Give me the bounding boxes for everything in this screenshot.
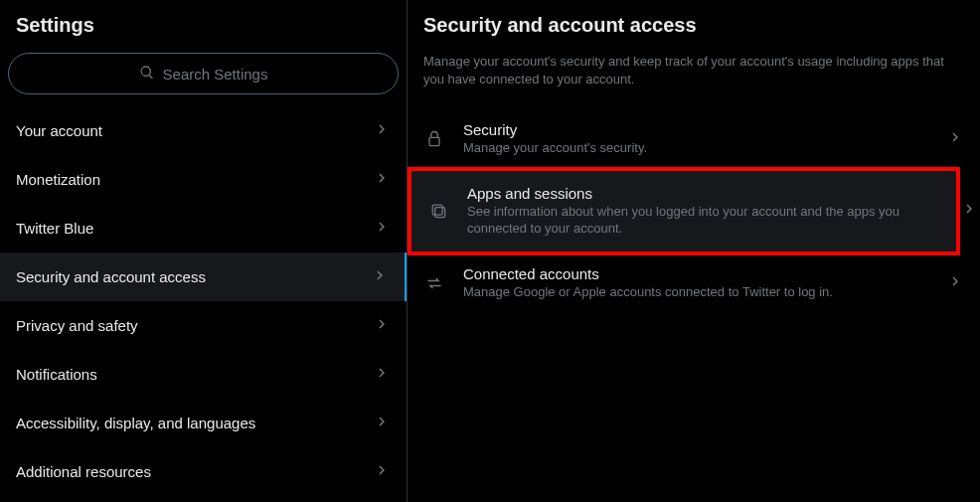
svg-rect-1 [432, 206, 442, 216]
chevron-right-icon [373, 169, 391, 190]
option-title: Security [463, 121, 928, 138]
lock-icon [423, 129, 445, 149]
options-list: Security Manage your account's security.… [408, 107, 980, 315]
page-title: Security and account access [408, 0, 980, 49]
sidebar-item-label: Monetization [16, 171, 100, 188]
option-body: Security Manage your account's security. [463, 121, 928, 157]
sidebar-item-label: Security and account access [16, 268, 206, 285]
sidebar-item-label: Twitter Blue [16, 220, 93, 237]
search-settings-input[interactable]: Search Settings [8, 53, 399, 94]
main-panel: Security and account access Manage your … [408, 0, 980, 502]
sidebar-item-your-account[interactable]: Your account [0, 106, 407, 155]
sidebar-item-label: Additional resources [16, 463, 151, 480]
chevron-right-icon [960, 200, 978, 222]
sidebar-item-label: Your account [16, 122, 102, 139]
chevron-right-icon [946, 272, 964, 294]
option-subtitle: Manage your account's security. [463, 140, 928, 157]
chevron-right-icon [373, 218, 391, 239]
search-placeholder: Search Settings [163, 66, 268, 83]
settings-sidebar: Settings Search Settings Your account Mo… [0, 0, 408, 502]
svg-rect-2 [435, 208, 445, 218]
sidebar-title: Settings [0, 0, 407, 53]
sidebar-item-privacy-and-safety[interactable]: Privacy and safety [0, 301, 407, 350]
option-title: Apps and sessions [467, 185, 940, 202]
chevron-right-icon [373, 413, 391, 433]
sidebar-item-label: Accessibility, display, and languages [16, 415, 255, 431]
search-icon [139, 65, 155, 84]
sidebar-item-notifications[interactable]: Notifications [0, 350, 407, 399]
page-description: Manage your account's security and keep … [408, 49, 980, 107]
chevron-right-icon [373, 461, 391, 482]
option-connected-accounts[interactable]: Connected accounts Manage Google or Appl… [408, 251, 980, 315]
sidebar-item-label: Privacy and safety [16, 317, 138, 334]
sidebar-item-accessibility-display-languages[interactable]: Accessibility, display, and languages [0, 399, 407, 447]
sidebar-item-twitter-blue[interactable]: Twitter Blue [0, 204, 407, 252]
option-apps-and-sessions[interactable]: Apps and sessions See information about … [408, 167, 960, 255]
chevron-right-icon [371, 266, 389, 287]
sidebar-item-additional-resources[interactable]: Additional resources [0, 447, 407, 496]
chevron-right-icon [946, 128, 964, 150]
sidebar-nav-list: Your account Monetization Twitter Blue S… [0, 106, 407, 496]
sidebar-item-security-and-account-access[interactable]: Security and account access [0, 252, 407, 301]
swap-icon [423, 273, 445, 293]
option-security[interactable]: Security Manage your account's security. [408, 107, 980, 171]
search-wrapper: Search Settings [0, 53, 407, 106]
option-subtitle: See information about when you logged in… [467, 204, 940, 238]
option-body: Apps and sessions See information about … [467, 185, 940, 238]
apps-icon [427, 201, 449, 221]
chevron-right-icon [373, 315, 391, 336]
option-subtitle: Manage Google or Apple accounts connecte… [463, 284, 928, 301]
option-title: Connected accounts [463, 265, 928, 282]
svg-rect-0 [429, 137, 439, 145]
sidebar-item-label: Notifications [16, 366, 97, 383]
option-body: Connected accounts Manage Google or Appl… [463, 265, 928, 301]
chevron-right-icon [373, 120, 391, 141]
sidebar-item-monetization[interactable]: Monetization [0, 155, 407, 204]
chevron-right-icon [373, 364, 391, 385]
